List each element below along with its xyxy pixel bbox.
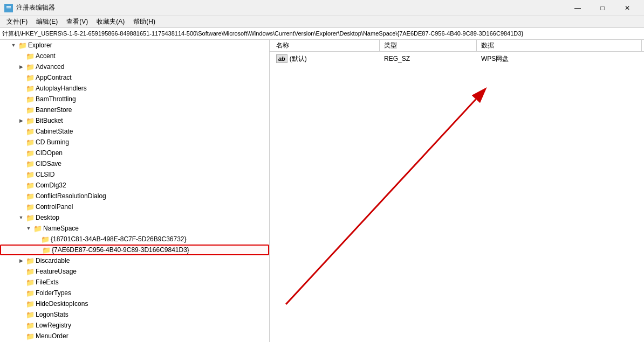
folder-icon: 📁 (26, 214, 35, 221)
tree-label: CD Burning (36, 138, 69, 146)
folder-icon: 📁 (18, 41, 27, 49)
column-headers: 名称 类型 数据 (270, 40, 644, 52)
tree-label: {18701C81-34AB-498E-8C7F-5D26B9C36732} (51, 235, 187, 243)
tree-label: HideDesktopIcons (36, 300, 88, 308)
registry-row[interactable]: ab (默认) REG_SZ WPS网盘 (270, 53, 644, 65)
folder-icon: 📁 (26, 171, 35, 178)
folder-icon: 📁 (33, 225, 42, 232)
reg-data-cell: WPS网盘 (477, 54, 642, 64)
folder-icon: 📁 (26, 85, 35, 92)
col-header-type: 类型 (380, 40, 477, 51)
registry-values: ab (默认) REG_SZ WPS网盘 (270, 52, 644, 342)
col-header-name: 名称 (272, 40, 380, 51)
tree-item-bamthrottling[interactable]: ▶ 📁 BamThrottling (0, 94, 269, 104)
tree-item-advanced[interactable]: ▶ 📁 Advanced (0, 61, 269, 72)
tree-item-accent[interactable]: ▶ 📁 Accent (0, 51, 269, 61)
tree-item-clsid[interactable]: ▶ 📁 CLSID (0, 169, 269, 180)
menu-favorites[interactable]: 收藏夹(A) (92, 16, 129, 27)
expand-icon[interactable]: ▼ (25, 225, 32, 232)
menu-bar: 文件(F) 编辑(E) 查看(V) 收藏夹(A) 帮助(H) (0, 16, 644, 28)
folder-icon: 📁 (26, 257, 35, 264)
tree-label: CIDOpen (36, 149, 63, 157)
tree-label: FolderTypes (36, 289, 71, 297)
folder-icon: 📁 (26, 289, 35, 297)
folder-icon: 📁 (42, 246, 51, 254)
folder-icon: 📁 (26, 192, 35, 200)
reg-name-value: (默认) (290, 54, 307, 64)
menu-edit[interactable]: 编辑(E) (32, 16, 62, 27)
reg-type-cell: REG_SZ (380, 55, 477, 62)
tree-item-appcontract[interactable]: ▶ 📁 AppContract (0, 72, 269, 83)
tree-item-featureusage[interactable]: ▶ 📁 FeatureUsage (0, 266, 269, 277)
folder-icon: 📁 (26, 106, 35, 114)
tree-item-bitbucket[interactable]: ▶ 📁 BitBucket (0, 115, 269, 126)
expand-icon[interactable]: ▶ (17, 63, 25, 71)
tree-label: CIDSave (36, 160, 61, 167)
folder-icon: 📁 (41, 235, 50, 243)
tree-label: MenuOrder (36, 332, 68, 340)
tree-label: BitBucket (36, 117, 63, 124)
tree-item-cidopen[interactable]: ▶ 📁 CIDOpen (0, 148, 269, 158)
tree-label: Accent (36, 52, 56, 60)
folder-icon: 📁 (26, 95, 35, 103)
col-header-data: 数据 (477, 40, 642, 51)
tree-item-cabinetstate[interactable]: ▶ 📁 CabinetState (0, 126, 269, 137)
tree-item-controlpanel[interactable]: ▶ 📁 ControlPanel (0, 201, 269, 212)
expand-icon[interactable]: ▼ (17, 214, 25, 221)
svg-rect-1 (5, 10, 12, 11)
tree-item-menuorder[interactable]: ▶ 📁 MenuOrder (0, 331, 269, 341)
title-bar: 注册表编辑器 — □ ✕ (0, 0, 644, 16)
tree-label: ComDlg32 (36, 182, 66, 189)
tree-label: LowRegistry (36, 322, 71, 329)
tree-item-cdburning[interactable]: ▶ 📁 CD Burning (0, 137, 269, 148)
window-title: 注册表编辑器 (16, 3, 565, 12)
expand-icon[interactable]: ▼ (10, 41, 17, 49)
tree-item-namespace[interactable]: ▼ 📁 NameSpace (0, 223, 269, 234)
close-button[interactable]: ✕ (615, 0, 640, 16)
tree-label: AppContract (36, 74, 72, 81)
menu-help[interactable]: 帮助(H) (129, 16, 160, 27)
menu-view[interactable]: 查看(V) (62, 16, 92, 27)
tree-item-cidsave[interactable]: ▶ 📁 CIDSave (0, 158, 269, 169)
folder-icon: 📁 (26, 203, 35, 211)
expand-icon[interactable]: ▶ (17, 117, 25, 124)
tree-item-foldertypes[interactable]: ▶ 📁 FolderTypes (0, 288, 269, 298)
folder-icon: 📁 (26, 52, 35, 60)
tree-item-guid2[interactable]: ▶ 📁 {7AE6DE87-C956-4B40-9C89-3D166C9841D… (0, 245, 269, 255)
folder-icon: 📁 (26, 332, 35, 340)
folder-icon: 📁 (26, 278, 35, 286)
svg-rect-0 (5, 5, 12, 10)
folder-icon: 📁 (26, 322, 35, 329)
tree-item-logonstats[interactable]: ▶ 📁 LogonStats (0, 309, 269, 320)
tree-item-autoplayhandlers[interactable]: ▶ 📁 AutoplayHandlers (0, 83, 269, 94)
tree-item-conflictresolutiondialog[interactable]: ▶ 📁 ConflictResolutionDialog (0, 191, 269, 201)
tree-item-lowregistry[interactable]: ▶ 📁 LowRegistry (0, 320, 269, 331)
folder-icon: 📁 (26, 138, 35, 146)
tree-label: BannerStore (36, 106, 72, 114)
folder-icon: 📁 (26, 117, 35, 124)
main-content: ▼ 📁 Explorer ▶ 📁 Accent ▶ 📁 Advanced ▶ 📁… (0, 40, 644, 342)
tree-label: CLSID (36, 171, 54, 178)
menu-file[interactable]: 文件(F) (2, 16, 32, 27)
tree-item-fileexts[interactable]: ▶ 📁 FileExts (0, 277, 269, 288)
tree-item-discardable[interactable]: ▶ 📁 Discardable (0, 255, 269, 266)
tree-item-desktop[interactable]: ▼ 📁 Desktop (0, 212, 269, 223)
reg-name-cell: ab (默认) (272, 54, 380, 64)
tree-label: ControlPanel (36, 203, 73, 211)
tree-item-explorer[interactable]: ▼ 📁 Explorer (0, 40, 269, 51)
tree-label: Discardable (36, 257, 70, 264)
tree-item-comdlg32[interactable]: ▶ 📁 ComDlg32 (0, 180, 269, 191)
tree-label: CabinetState (36, 128, 73, 135)
tree-label: ConflictResolutionDialog (36, 192, 106, 200)
tree-label: LogonStats (36, 311, 68, 318)
tree-label: Advanced (36, 63, 64, 71)
minimize-button[interactable]: — (565, 0, 590, 16)
tree-label: {7AE6DE87-C956-4B40-9C89-3D166C9841D3} (52, 246, 189, 254)
tree-item-hidedesktopicons[interactable]: ▶ 📁 HideDesktopIcons (0, 298, 269, 309)
tree-panel[interactable]: ▼ 📁 Explorer ▶ 📁 Accent ▶ 📁 Advanced ▶ 📁… (0, 40, 270, 342)
expand-icon[interactable]: ▶ (17, 257, 25, 264)
tree-item-guid1[interactable]: ▶ 📁 {18701C81-34AB-498E-8C7F-5D26B9C3673… (0, 234, 269, 245)
maximize-button[interactable]: □ (590, 0, 615, 16)
tree-item-bannerstore[interactable]: ▶ 📁 BannerStore (0, 104, 269, 115)
address-bar: 计算机\HKEY_USERS\S-1-5-21-659195866-849881… (0, 28, 644, 40)
